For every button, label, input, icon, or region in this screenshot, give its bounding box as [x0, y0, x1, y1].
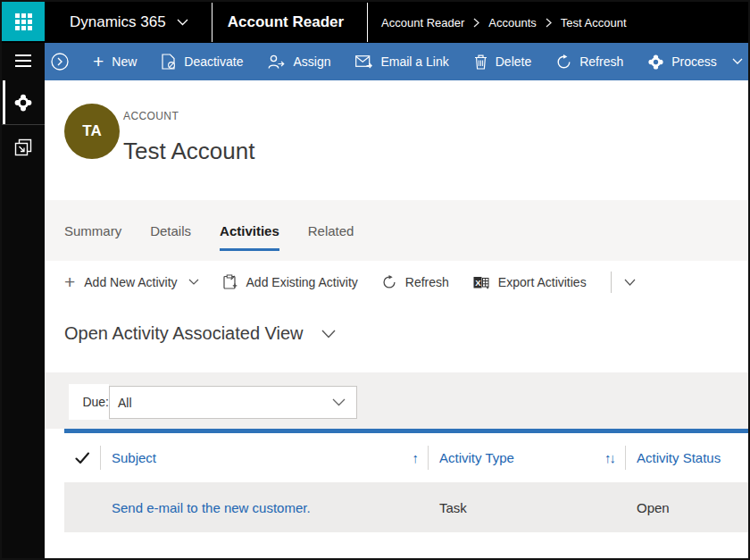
assign-button[interactable]: Assign — [255, 43, 343, 80]
deactivate-button[interactable]: Deactivate — [149, 43, 255, 80]
chevron-down-icon — [177, 19, 188, 26]
export-activities-label: Export Activities — [498, 275, 587, 289]
assign-button-label: Assign — [293, 54, 330, 69]
plus-icon: + — [93, 52, 104, 71]
hamburger-menu-button[interactable] — [15, 54, 31, 71]
refresh-grid-button[interactable]: Refresh — [382, 275, 449, 289]
left-sidebar — [2, 43, 45, 558]
select-all-checkbox[interactable] — [64, 433, 100, 482]
email-icon — [355, 55, 372, 69]
entity-type-label: ACCOUNT — [123, 110, 179, 122]
due-filter-value: All — [118, 396, 132, 410]
add-new-activity-button[interactable]: + Add New Activity — [64, 274, 199, 291]
top-nav-bar: Dynamics 365 Account Reader Account Read… — [2, 2, 748, 43]
sitemap-gear-icon — [14, 94, 32, 112]
tab-activities[interactable]: Activities — [220, 213, 279, 251]
record-header: TA ACCOUNT Test Account — [45, 80, 748, 200]
sidebar-divider — [2, 124, 45, 125]
command-bar: + New Deactivate Assign Email a Link Del… — [45, 43, 748, 80]
refresh-icon — [556, 54, 571, 70]
column-header-activity-type[interactable]: Activity Type ↑↓ — [429, 433, 625, 482]
svg-text:X: X — [475, 277, 481, 287]
account-avatar: TA — [64, 104, 120, 159]
main-content: TA ACCOUNT Test Account Summary Details … — [45, 80, 748, 558]
due-filter-label-box: Due: — [69, 384, 109, 420]
excel-export-icon: X — [473, 275, 489, 290]
chevron-down-icon — [188, 279, 199, 286]
trash-icon — [474, 54, 488, 70]
app-launcher-button[interactable] — [2, 2, 45, 41]
assign-person-icon — [268, 54, 285, 70]
view-selector-label: Open Activity Associated View — [64, 323, 304, 344]
grid-toolbar: + Add New Activity Add Existing Activity… — [45, 261, 748, 304]
add-new-activity-label: Add New Activity — [84, 275, 177, 289]
deactivate-button-label: Deactivate — [184, 54, 243, 69]
refresh-button-label: Refresh — [579, 54, 623, 69]
avatar-initials: TA — [82, 122, 101, 140]
breadcrumb-item-record[interactable]: Test Account — [561, 16, 627, 29]
chevron-down-icon — [332, 398, 346, 406]
arrow-in-circle-icon — [50, 52, 70, 71]
tab-related[interactable]: Related — [308, 213, 354, 251]
process-gear-icon — [648, 54, 663, 70]
form-tabs: Summary Details Activities Related — [45, 200, 748, 261]
breadcrumb: Account Reader Accounts Test Account — [381, 16, 626, 29]
sort-both-icon: ↑↓ — [604, 450, 614, 465]
toolbar-divider — [611, 272, 612, 293]
sort-ascending-icon: ↑ — [412, 450, 418, 465]
process-button-label: Process — [671, 54, 717, 69]
app-title: Account Reader — [228, 13, 344, 31]
sidebar-item-recent[interactable] — [2, 127, 45, 168]
delete-button[interactable]: Delete — [462, 43, 544, 80]
add-existing-activity-label: Add Existing Activity — [246, 275, 358, 289]
plus-icon: + — [64, 272, 75, 291]
breadcrumb-item-accounts[interactable]: Accounts — [488, 16, 536, 29]
breadcrumb-item-app[interactable]: Account Reader — [381, 16, 464, 29]
add-existing-activity-button[interactable]: Add Existing Activity — [223, 274, 358, 290]
chevron-down-icon — [321, 330, 336, 339]
checkmark-icon — [75, 452, 90, 464]
nav-divider — [367, 3, 368, 42]
dynamics-365-window: Dynamics 365 Account Reader Account Read… — [0, 0, 750, 560]
sidebar-item-sitemap[interactable] — [2, 82, 45, 123]
view-selector[interactable]: Open Activity Associated View — [64, 323, 336, 344]
email-a-link-button-label: Email a Link — [380, 54, 448, 69]
column-header-activity-status[interactable]: Activity Status — [626, 433, 748, 482]
column-header-subject-label: Subject — [112, 450, 156, 465]
chevron-down-icon — [732, 58, 743, 65]
new-button[interactable]: + New — [80, 43, 149, 80]
product-switcher[interactable]: Dynamics 365 — [70, 13, 188, 31]
tab-summary[interactable]: Summary — [64, 213, 121, 251]
grid-row-1[interactable]: Send e-mail to the new customer. Task Op… — [64, 482, 748, 532]
column-header-activity-type-label: Activity Type — [439, 450, 514, 465]
column-header-activity-status-label: Activity Status — [637, 450, 721, 465]
grid-filter-band: Due: All — [45, 372, 748, 429]
due-filter-label: Due: — [82, 395, 109, 409]
row-activity-type: Task — [429, 500, 626, 515]
row-subject-link[interactable]: Send e-mail to the new customer. — [101, 500, 429, 515]
chevron-right-icon — [473, 18, 479, 28]
clipboard-add-icon — [223, 274, 238, 290]
column-header-subject[interactable]: Subject ↑ — [101, 433, 428, 482]
chevron-down-icon — [624, 279, 636, 287]
row-activity-status: Open — [626, 500, 748, 515]
grid-header-row: Subject ↑ Activity Type ↑↓ Activity Stat… — [64, 433, 748, 482]
process-button[interactable]: Process — [636, 43, 750, 80]
activities-grid: Subject ↑ Activity Type ↑↓ Activity Stat… — [64, 429, 748, 558]
delete-button-label: Delete — [496, 54, 531, 69]
email-a-link-button[interactable]: Email a Link — [343, 43, 461, 80]
product-name: Dynamics 365 — [70, 13, 166, 31]
refresh-button[interactable]: Refresh — [544, 43, 636, 80]
deactivate-icon — [162, 54, 176, 70]
more-commands-button[interactable] — [624, 279, 636, 287]
chevron-right-icon — [546, 18, 552, 28]
export-activities-button[interactable]: X Export Activities — [473, 275, 587, 290]
record-title: Test Account — [123, 138, 254, 165]
refresh-grid-label: Refresh — [405, 275, 449, 289]
due-filter-dropdown[interactable]: All — [109, 386, 357, 419]
tab-details[interactable]: Details — [150, 213, 191, 251]
command-bar-expand-button[interactable] — [50, 52, 70, 71]
refresh-icon — [382, 275, 396, 289]
recent-pages-icon — [14, 138, 32, 156]
waffle-icon — [15, 13, 32, 30]
